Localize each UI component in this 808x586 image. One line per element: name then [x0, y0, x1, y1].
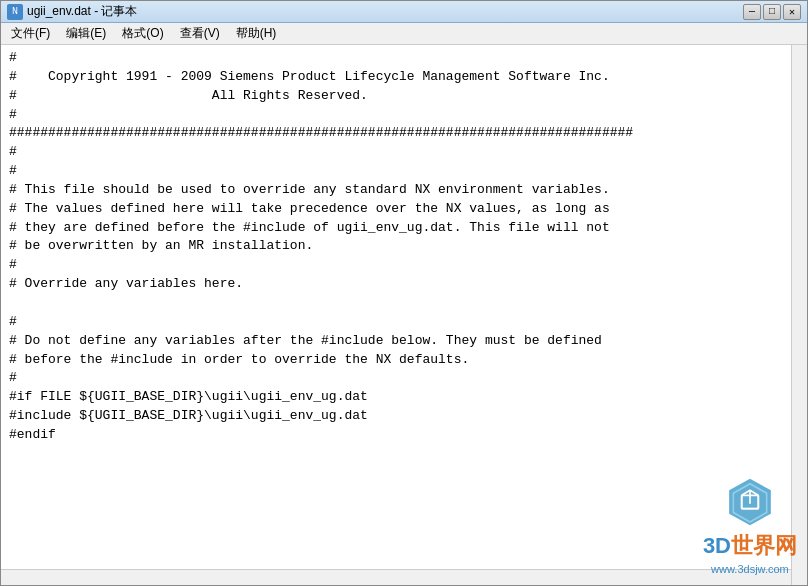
minimize-button[interactable]: — [743, 4, 761, 20]
watermark-logo-icon [725, 477, 775, 527]
watermark-url: www.3dsjw.com [711, 563, 789, 575]
close-button[interactable]: ✕ [783, 4, 801, 20]
menu-bar: 文件(F) 编辑(E) 格式(O) 查看(V) 帮助(H) [1, 23, 807, 45]
watermark-brand: 3D 世界网 [703, 531, 797, 561]
menu-edit[interactable]: 编辑(E) [58, 23, 114, 44]
maximize-button[interactable]: □ [763, 4, 781, 20]
app-icon: N [7, 4, 23, 20]
watermark-3d-text: 3D [703, 533, 731, 559]
window-controls: — □ ✕ [743, 4, 801, 20]
title-bar: N ugii_env.dat - 记事本 — □ ✕ [1, 1, 807, 23]
file-content: # # Copyright 1991 - 2009 Siemens Produc… [1, 45, 807, 585]
text-editor-area[interactable]: # # Copyright 1991 - 2009 Siemens Produc… [1, 45, 807, 585]
menu-help[interactable]: 帮助(H) [228, 23, 285, 44]
window-title: ugii_env.dat - 记事本 [27, 3, 743, 20]
horizontal-scrollbar[interactable] [1, 569, 791, 585]
menu-file[interactable]: 文件(F) [3, 23, 58, 44]
watermark: 3D 世界网 www.3dsjw.com [703, 477, 797, 575]
menu-format[interactable]: 格式(O) [114, 23, 171, 44]
main-window: N ugii_env.dat - 记事本 — □ ✕ 文件(F) 编辑(E) 格… [0, 0, 808, 586]
watermark-world-text: 世界网 [731, 531, 797, 561]
menu-view[interactable]: 查看(V) [172, 23, 228, 44]
